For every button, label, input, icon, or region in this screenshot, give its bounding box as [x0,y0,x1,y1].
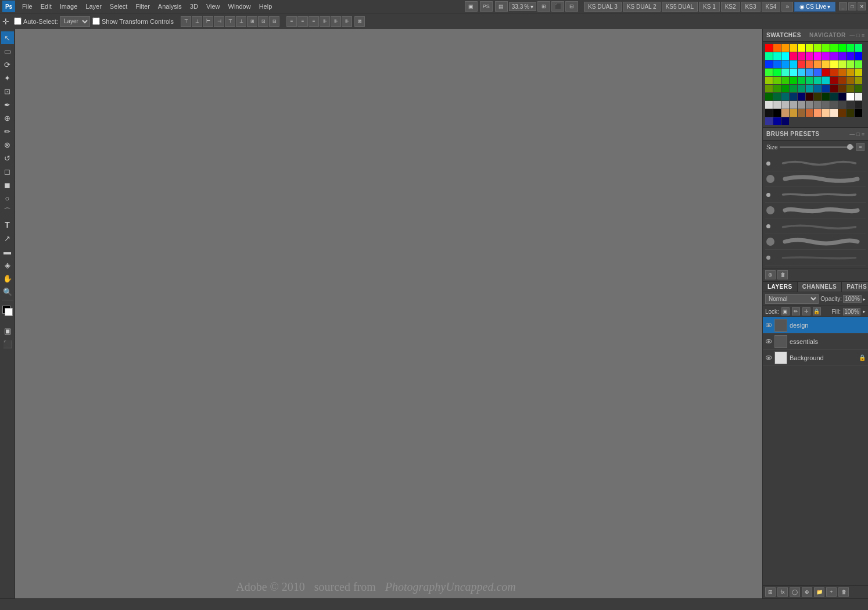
swatch[interactable] [765,93,773,101]
swatches-header[interactable]: SWATCHES NAVIGATOR — □ ≡ [763,29,868,42]
eraser-tool[interactable]: ◻ [1,165,14,178]
swatch[interactable] [847,44,854,52]
swatch[interactable] [790,93,797,101]
swatch[interactable] [814,69,822,76]
brush-presets-menu-btn[interactable]: ≡ [856,143,865,151]
swatch[interactable] [830,69,838,76]
swatch[interactable] [798,109,805,117]
ks4-btn[interactable]: KS4 [762,2,781,12]
lock-pixels-btn[interactable]: ✏ [792,307,800,315]
swatch[interactable] [773,109,781,117]
3d-tool[interactable]: ◈ [1,259,14,271]
swatch[interactable] [855,52,862,60]
swatch[interactable] [765,44,773,52]
screen-mode-toggle[interactable]: ⬛ [1,338,14,350]
swatch[interactable] [765,60,773,68]
clone-stamp-tool[interactable]: ⊗ [1,138,14,151]
auto-align-btn[interactable]: ⊠ [354,16,365,27]
swatch[interactable] [798,77,805,84]
swatch[interactable] [781,60,789,68]
swatch[interactable] [814,85,822,92]
swatch[interactable] [847,101,854,109]
layer-mask-btn[interactable]: ◯ [790,587,800,597]
menu-image[interactable]: Image [56,2,81,11]
swatch[interactable] [838,77,846,84]
swatch[interactable] [822,85,830,92]
brush-new-btn[interactable]: ⊕ [765,270,776,279]
align-bottom-center[interactable]: ⊡ [258,16,268,27]
swatch[interactable] [765,77,773,84]
ks1-btn[interactable]: KS 1 [699,2,720,12]
menu-window[interactable]: Window [225,2,254,11]
swatch[interactable] [790,101,797,109]
swatch[interactable] [790,60,797,68]
gradient-tool[interactable]: ◼ [1,178,14,191]
layer-fx-btn[interactable]: fx [777,587,788,597]
swatch[interactable] [855,77,862,84]
fill-arrow[interactable]: ▸ [863,308,866,314]
ks-more-btn[interactable]: » [781,2,793,12]
swatch[interactable] [806,101,813,109]
swatch[interactable] [847,77,854,84]
distribute-center-h[interactable]: ⊪ [331,16,341,27]
cs-live-btn[interactable]: ◉ CS Live ▾ [794,2,835,12]
swatch[interactable] [838,85,846,92]
navigator-title[interactable]: NAVIGATOR [809,32,846,38]
swatches-minimize-icon[interactable]: — [849,33,855,38]
swatch[interactable] [781,69,789,76]
fill-value[interactable]: 100% [843,308,860,315]
swatch[interactable] [830,109,838,117]
swatch[interactable] [814,93,822,101]
swatch[interactable] [806,60,813,68]
swatch[interactable] [806,85,813,92]
swatch[interactable] [855,109,862,117]
tab-channels[interactable]: CHANNELS [798,282,842,292]
layer-delete-btn[interactable]: 🗑 [838,587,849,597]
swatch[interactable] [814,52,822,60]
swatch[interactable] [765,69,773,76]
swatch[interactable] [855,44,862,52]
ks3-btn[interactable]: KS3 [741,2,761,12]
brush-preset-item[interactable] [765,187,866,203]
color-sample-btn[interactable]: ⬛ [551,1,564,12]
align-bottom-left[interactable]: ⊞ [247,16,257,27]
layer-visibility-toggle[interactable] [765,322,772,329]
brush-minimize-icon[interactable]: — [849,131,855,137]
align-bottom-right[interactable]: ⊟ [269,16,279,27]
lock-position-btn[interactable]: ✛ [802,307,810,315]
swatch[interactable] [781,117,789,125]
swatch[interactable] [798,69,805,76]
swatch[interactable] [855,93,862,101]
swatch[interactable] [830,93,838,101]
swatch[interactable] [773,93,781,101]
align-top-right[interactable]: ⊢ [203,16,213,27]
layer-visibility-toggle[interactable] [765,354,772,361]
quick-select-tool[interactable]: ✦ [1,71,14,84]
menu-help[interactable]: Help [256,2,276,11]
swatch[interactable] [790,52,797,60]
swatch[interactable] [847,69,854,76]
swatch[interactable] [814,109,822,117]
cs-live-dropdown[interactable]: ▾ [827,3,830,10]
swatches-expand-icon[interactable]: □ [856,33,859,38]
zoom-mode-btn[interactable]: ⊞ [537,1,550,12]
minimize-btn[interactable]: _ [839,2,847,10]
brush-preset-item[interactable] [765,156,866,171]
swatch[interactable] [781,85,789,92]
swatch[interactable] [838,60,846,68]
swatch[interactable] [773,77,781,84]
distribute-center-v[interactable]: ≡ [297,16,308,27]
layer-new-btn[interactable]: + [826,587,837,597]
swatch[interactable] [806,93,813,101]
swatch[interactable] [806,77,813,84]
swatch[interactable] [822,93,830,101]
transform-controls-input[interactable] [92,17,100,25]
swatch[interactable] [814,77,822,84]
swatch[interactable] [814,44,822,52]
swatch[interactable] [847,93,854,101]
swatch[interactable] [781,93,789,101]
auto-select-checkbox[interactable]: Auto-Select: Layer [14,16,90,27]
background-color[interactable] [5,308,13,316]
menu-analysis[interactable]: Analysis [155,2,185,11]
dodge-tool[interactable]: ○ [1,192,14,204]
